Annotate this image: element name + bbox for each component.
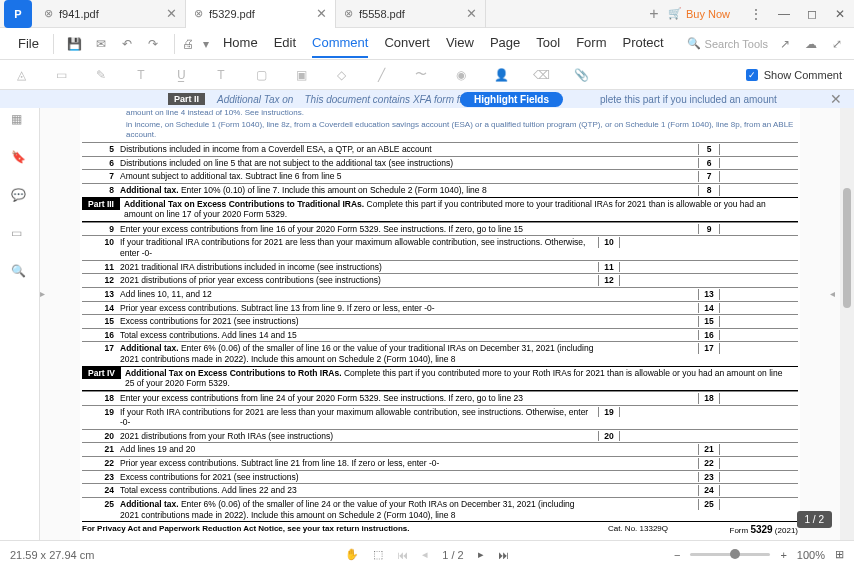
buy-now-button[interactable]: 🛒 Buy Now <box>668 7 730 20</box>
shape-icon[interactable]: ◇ <box>332 66 350 84</box>
form-line-5: 5Distributions included in income from a… <box>82 142 798 156</box>
form-line-23: 23Excess contributions for 2021 (see ins… <box>82 470 798 484</box>
underline-icon[interactable]: U̲ <box>172 66 190 84</box>
xfa-banner: Part II Additional Tax on This document … <box>0 90 854 108</box>
zoom-in-icon[interactable]: + <box>780 549 786 561</box>
menu-icon[interactable]: ⋮ <box>742 0 770 28</box>
search-tools[interactable]: 🔍 Search Tools <box>687 37 768 50</box>
pdf-icon: ⊗ <box>44 7 53 20</box>
dropdown-icon[interactable]: ▾ <box>197 35 215 53</box>
form-line-25: 25Additional tax. Enter 6% (0.06) of the… <box>82 497 798 521</box>
hand-tool-icon[interactable]: ✋ <box>345 548 359 561</box>
form-line-11: 112021 traditional IRA distributions inc… <box>82 260 798 274</box>
file-menu[interactable]: File <box>8 36 49 51</box>
maximize-button[interactable]: ◻ <box>798 0 826 28</box>
form-line-19: 19If your Roth IRA contributions for 202… <box>82 405 798 429</box>
highlight-icon[interactable]: ▭ <box>52 66 70 84</box>
statusbar: 21.59 x 27.94 cm ✋ ⬚ ⏮ ◂ 1 / 2 ▸ ⏭ − + 1… <box>0 540 854 568</box>
thumbnails-icon[interactable]: ▦ <box>11 112 29 130</box>
expand-icon[interactable]: ⤢ <box>828 35 846 53</box>
vertical-scrollbar[interactable] <box>840 108 854 540</box>
cloud-icon[interactable]: ☁ <box>802 35 820 53</box>
form-line-14: 14Prior year excess contributions. Subtr… <box>82 301 798 315</box>
comments-icon[interactable]: 💬 <box>11 188 29 206</box>
comment-toolbar: ◬ ▭ ✎ T U̲ T ▢ ▣ ◇ ╱ 〜 ◉ 👤 ⌫ 📎 ✓ Show Co… <box>0 60 854 90</box>
attach-icon[interactable]: 📎 <box>572 66 590 84</box>
titlebar: P ⊗f941.pdf✕⊗f5329.pdf✕⊗f5558.pdf✕ + 🛒 B… <box>0 0 854 28</box>
expand-right-icon[interactable]: ◂ <box>830 284 840 302</box>
close-tab-icon[interactable]: ✕ <box>316 6 327 21</box>
zoom-out-icon[interactable]: − <box>674 549 680 561</box>
zoom-value[interactable]: 100% <box>797 549 825 561</box>
zoom-slider[interactable] <box>690 553 770 556</box>
menu-page[interactable]: Page <box>490 29 520 58</box>
form-line-10: 10If your traditional IRA contributions … <box>82 235 798 259</box>
page-counter-badge: 1 / 2 <box>797 511 832 528</box>
form-line-24: 24Total excess contributions. Add lines … <box>82 483 798 497</box>
form-line-6: 6Distributions included on line 5 that a… <box>82 156 798 170</box>
close-button[interactable]: ✕ <box>826 0 854 28</box>
new-tab-button[interactable]: + <box>640 5 668 23</box>
share-icon[interactable]: ↗ <box>776 35 794 53</box>
menu-protect[interactable]: Protect <box>622 29 663 58</box>
search-panel-icon[interactable]: 🔍 <box>11 264 29 282</box>
page-input[interactable]: 1 / 2 <box>442 549 463 561</box>
callout-icon[interactable]: ▣ <box>292 66 310 84</box>
bookmarks-icon[interactable]: 🔖 <box>11 150 29 168</box>
document-viewport[interactable]: amount on line 4 instead of 10%. See ins… <box>40 108 840 540</box>
undo-icon[interactable]: ↶ <box>118 35 136 53</box>
box-icon[interactable]: ▢ <box>252 66 270 84</box>
expand-left-icon[interactable]: ▸ <box>40 284 50 302</box>
cart-icon: 🛒 <box>668 7 682 20</box>
highlight-fields-button[interactable]: Highlight Fields <box>460 92 563 107</box>
measure-icon[interactable]: 〜 <box>412 66 430 84</box>
form-line-8: 8Additional tax. Enter 10% (0.10) of lin… <box>82 183 798 197</box>
form-line-22: 22Prior year excess contributions. Subtr… <box>82 456 798 470</box>
menu-home[interactable]: Home <box>223 29 258 58</box>
stamp-icon[interactable]: ◉ <box>452 66 470 84</box>
banner-close-icon[interactable]: ✕ <box>830 91 842 107</box>
attachments-icon[interactable]: ▭ <box>11 226 29 244</box>
page-dimensions: 21.59 x 27.94 cm <box>10 549 94 561</box>
text-icon[interactable]: T <box>132 66 150 84</box>
tab-f941[interactable]: ⊗f941.pdf✕ <box>36 0 186 28</box>
menu-convert[interactable]: Convert <box>384 29 430 58</box>
next-page-icon[interactable]: ▸ <box>478 548 484 561</box>
select-tool-icon[interactable]: ⬚ <box>373 548 383 561</box>
menu-view[interactable]: View <box>446 29 474 58</box>
menu-edit[interactable]: Edit <box>274 29 296 58</box>
part-3-header: Part IIIAdditional Tax on Excess Contrib… <box>82 197 798 222</box>
print-icon[interactable]: 🖨 <box>179 35 197 53</box>
note-icon[interactable]: ◬ <box>12 66 30 84</box>
minimize-button[interactable]: — <box>770 0 798 28</box>
pencil-icon[interactable]: ✎ <box>92 66 110 84</box>
first-page-icon[interactable]: ⏮ <box>397 549 408 561</box>
prev-page-icon[interactable]: ◂ <box>422 548 428 561</box>
sidebar-left: ▦ 🔖 💬 ▭ 🔍 <box>0 108 40 540</box>
close-tab-icon[interactable]: ✕ <box>166 6 177 21</box>
fit-page-icon[interactable]: ⊞ <box>835 548 844 561</box>
tab-f5329[interactable]: ⊗f5329.pdf✕ <box>186 0 336 28</box>
tab-f5558[interactable]: ⊗f5558.pdf✕ <box>336 0 486 28</box>
last-page-icon[interactable]: ⏭ <box>498 549 509 561</box>
form-line-17: 17Additional tax. Enter 6% (0.06) of the… <box>82 341 798 365</box>
line-icon[interactable]: ╱ <box>372 66 390 84</box>
menu-tool[interactable]: Tool <box>536 29 560 58</box>
eraser-icon[interactable]: ⌫ <box>532 66 550 84</box>
part-label: Part II <box>168 93 205 105</box>
menu-comment[interactable]: Comment <box>312 29 368 58</box>
save-icon[interactable]: 💾 <box>66 35 84 53</box>
form-line-7: 7Amount subject to additional tax. Subtr… <box>82 169 798 183</box>
ribbon-tabs: HomeEditCommentConvertViewPageToolFormPr… <box>223 29 664 58</box>
menubar: File 💾 ✉ ↶ ↷ 🖨 ▾ HomeEditCommentConvertV… <box>0 28 854 60</box>
person-icon[interactable]: 👤 <box>492 66 510 84</box>
part-4-header: Part IVAdditional Tax on Excess Contribu… <box>82 366 798 391</box>
close-tab-icon[interactable]: ✕ <box>466 6 477 21</box>
redo-icon[interactable]: ↷ <box>144 35 162 53</box>
caret-icon[interactable]: T <box>212 66 230 84</box>
search-icon: 🔍 <box>687 37 701 50</box>
mail-icon[interactable]: ✉ <box>92 35 110 53</box>
menu-form[interactable]: Form <box>576 29 606 58</box>
show-comment-checkbox[interactable]: ✓ <box>746 69 758 81</box>
scrollbar-thumb[interactable] <box>843 188 851 308</box>
